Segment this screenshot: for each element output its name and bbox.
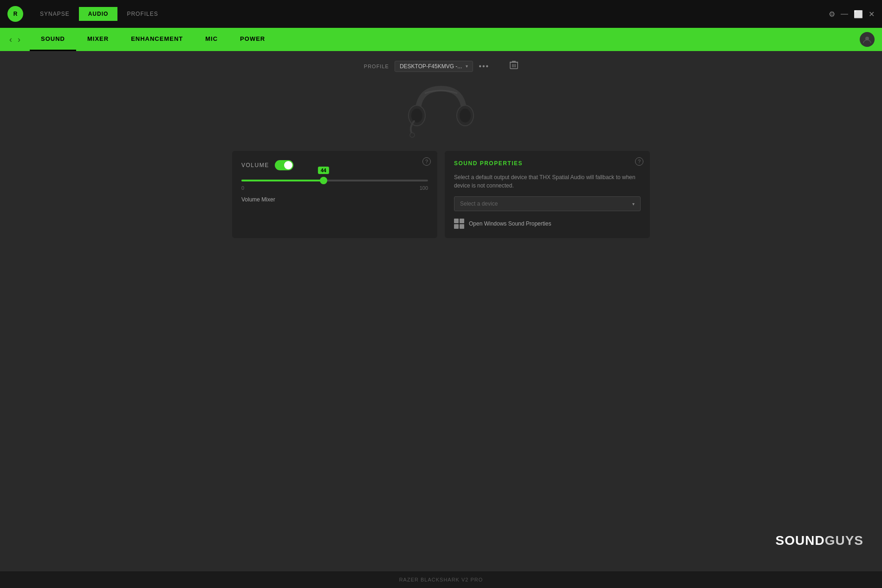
tab-mixer[interactable]: MIXER: [76, 28, 120, 51]
svg-text:R: R: [13, 11, 18, 17]
top-nav: SYNAPSE AUDIO PROFILES: [31, 7, 168, 21]
profile-delete-button[interactable]: [510, 60, 518, 72]
slider-min-label: 0: [241, 185, 244, 191]
sound-help-icon[interactable]: ?: [635, 157, 643, 166]
slider-thumb[interactable]: [320, 177, 327, 184]
headset-container: [9, 79, 873, 140]
volume-header: VOLUME: [241, 160, 428, 170]
tab-mic[interactable]: MIC: [194, 28, 229, 51]
soundguys-guys: GUYS: [825, 533, 863, 548]
device-select-placeholder: Select a device: [460, 200, 498, 207]
maximize-icon[interactable]: ⬜: [854, 10, 863, 19]
slider-track[interactable]: [241, 180, 428, 181]
open-sound-properties-link[interactable]: Open Windows Sound Properties: [454, 219, 641, 229]
volume-toggle[interactable]: [275, 160, 293, 170]
volume-label: VOLUME: [241, 162, 269, 168]
status-bar: RAZER BLACKSHARK V2 PRO: [0, 571, 882, 588]
svg-point-12: [410, 133, 415, 137]
user-avatar[interactable]: [860, 32, 875, 47]
tab-enhancement[interactable]: ENHANCEMENT: [120, 28, 194, 51]
sound-properties-card: ? SOUND PROPERTIES Select a default outp…: [445, 151, 650, 238]
close-icon[interactable]: ✕: [869, 10, 875, 19]
profile-bar: PROFILE DESKTOP-F45KMVG -... ▾ •••: [9, 60, 873, 72]
soundguys-watermark: SOUNDGUYS: [776, 533, 863, 548]
nav-back[interactable]: ‹: [7, 33, 14, 46]
top-nav-profiles[interactable]: PROFILES: [117, 7, 167, 21]
cards-row: ? VOLUME 44 0 100 Volume Mixer: [232, 151, 650, 238]
razer-logo: R: [7, 6, 23, 22]
windows-icon-sq-3: [454, 224, 459, 229]
slider-fill: [241, 180, 324, 181]
windows-icon-sq-2: [460, 219, 464, 223]
top-bar-right: ⚙ — ⬜ ✕: [829, 10, 875, 19]
top-nav-audio[interactable]: AUDIO: [79, 7, 118, 21]
settings-icon[interactable]: ⚙: [829, 10, 835, 19]
toggle-knob: [284, 161, 292, 169]
profile-value: DESKTOP-F45KMVG -...: [400, 63, 462, 70]
tab-power[interactable]: POWER: [229, 28, 276, 51]
sub-header: ‹ › SOUND MIXER ENHANCEMENT MIC POWER: [0, 28, 882, 51]
svg-point-9: [411, 109, 422, 123]
windows-icon: [454, 219, 464, 229]
slider-labels: 0 100: [241, 185, 428, 191]
device-select-arrow: ▾: [632, 201, 635, 207]
top-bar: R SYNAPSE AUDIO PROFILES ⚙ — ⬜ ✕: [0, 0, 882, 28]
profile-more-button[interactable]: •••: [479, 62, 489, 71]
windows-icon-sq-4: [460, 224, 464, 229]
windows-icon-sq-1: [454, 219, 459, 223]
slider-container: 44: [241, 180, 428, 181]
headset-image: [399, 79, 483, 140]
volume-card: ? VOLUME 44 0 100 Volume Mixer: [232, 151, 437, 238]
minimize-icon[interactable]: —: [841, 10, 848, 18]
profile-dropdown-arrow: ▾: [466, 64, 468, 69]
nav-arrows: ‹ ›: [7, 33, 22, 46]
volume-help-icon[interactable]: ?: [422, 157, 431, 166]
top-nav-synapse[interactable]: SYNAPSE: [31, 7, 79, 21]
main-content: PROFILE DESKTOP-F45KMVG -... ▾ •••: [0, 51, 882, 571]
slider-max-label: 100: [420, 185, 428, 191]
slider-tooltip: 44: [318, 167, 329, 174]
open-sound-link-label: Open Windows Sound Properties: [469, 220, 551, 227]
profile-dropdown[interactable]: DESKTOP-F45KMVG -... ▾: [395, 61, 473, 72]
sound-properties-description: Select a default output device that THX …: [454, 173, 641, 190]
nav-forward[interactable]: ›: [16, 33, 22, 46]
tab-sound[interactable]: SOUND: [30, 28, 76, 51]
sound-properties-title: SOUND PROPERTIES: [454, 160, 641, 167]
svg-point-11: [460, 109, 471, 123]
soundguys-sound: SOUND: [776, 533, 825, 548]
profile-label: PROFILE: [364, 64, 389, 69]
sub-header-right: [860, 32, 875, 47]
device-select-dropdown[interactable]: Select a device ▾: [454, 196, 641, 211]
volume-mixer-link[interactable]: Volume Mixer: [241, 196, 275, 203]
device-name: RAZER BLACKSHARK V2 PRO: [399, 577, 483, 582]
